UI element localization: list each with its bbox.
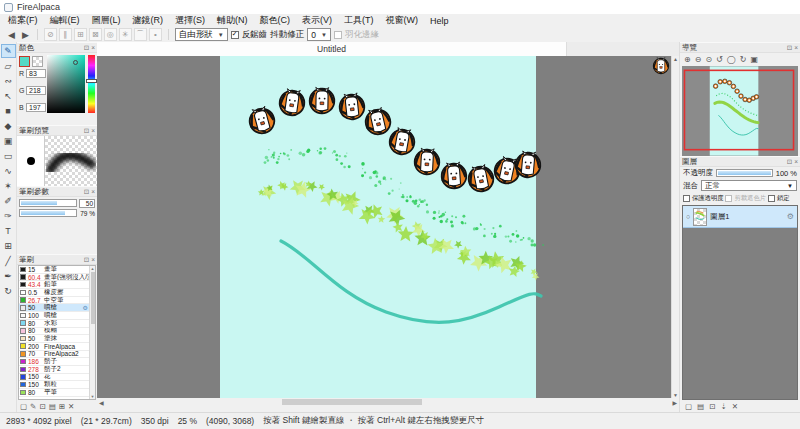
tool-icon[interactable]: ✒ [1, 269, 16, 283]
navigator-tool-icon[interactable]: ↺ [716, 55, 723, 64]
brush-footer-icon[interactable]: ✕ [68, 402, 74, 411]
tool-icon[interactable]: ∿ [1, 164, 16, 178]
close-icon[interactable]: × [91, 44, 95, 51]
r-value-field[interactable]: 83 [26, 69, 46, 78]
layer-name[interactable]: 圖層1 [710, 212, 729, 222]
snap-icon[interactable]: ⊠ [89, 28, 102, 41]
scrollbar-thumb[interactable] [282, 399, 422, 405]
dock-icon[interactable]: ⊡ [787, 158, 792, 166]
brush-row[interactable]: 26.7 中空筆 ⚙ [19, 297, 89, 305]
hue-slider[interactable] [88, 55, 95, 113]
brush-footer-icon[interactable]: ✎ [30, 402, 36, 411]
antialias-checkbox[interactable] [231, 31, 239, 39]
blend-mode-dropdown[interactable]: 正常 ▼ [701, 180, 797, 191]
layer-opacity-slider[interactable] [716, 169, 773, 177]
close-icon[interactable]: × [91, 127, 95, 134]
horizontal-scrollbar[interactable]: ◀ ▶ [97, 398, 679, 406]
tool-icon[interactable]: ■ [1, 104, 16, 118]
menu-item[interactable]: 視窗(W) [380, 14, 425, 27]
brush-size-value[interactable]: 50 [79, 199, 95, 208]
brush-settings-gear-icon[interactable]: ⚙ [83, 304, 88, 311]
snap-icon[interactable]: ⊘ [44, 28, 57, 41]
layer-visibility-icon[interactable]: ○ [686, 213, 690, 220]
vertical-scrollbar[interactable]: ▲ ▼ [671, 56, 679, 398]
scroll-down-icon[interactable]: ▼ [91, 394, 95, 399]
brush-row[interactable]: 70 FireAlpaca2 ⚙ [19, 351, 89, 359]
layer-row[interactable]: ○ 圖層1 ⚙ [683, 206, 797, 228]
navigator-tool-icon[interactable]: ⊙ [705, 55, 712, 64]
brush-footer-icon[interactable]: ⊞ [59, 402, 65, 411]
tool-icon[interactable]: ◆ [1, 119, 16, 133]
snap-icon[interactable]: ⌒ [134, 28, 147, 41]
navigator-tool-icon[interactable]: ◯ [727, 55, 736, 64]
document-tab[interactable]: Untitled [97, 42, 567, 56]
b-value-field[interactable]: 197 [26, 103, 46, 112]
brush-row[interactable]: 50 噴槍 ⚙ [19, 304, 89, 312]
brush-row[interactable]: 150 花 ⚙ [19, 374, 89, 382]
brush-row[interactable]: 80 平筆 ⚙ [19, 389, 89, 397]
brush-footer-icon[interactable]: ▤ [49, 402, 56, 411]
navigator-tool-icon[interactable]: ▣ [750, 55, 758, 64]
menu-item[interactable]: 編輯(E) [44, 14, 86, 27]
dock-icon[interactable]: ⊡ [84, 44, 89, 52]
close-icon[interactable]: × [794, 44, 798, 51]
close-icon[interactable]: × [91, 188, 95, 195]
tool-icon[interactable]: ▭ [1, 149, 16, 163]
tool-icon[interactable]: ▱ [1, 59, 16, 73]
menu-item[interactable]: 工具(T) [338, 14, 380, 27]
scroll-left-icon[interactable]: ◀ [99, 399, 104, 406]
menu-item[interactable]: 選擇(S) [169, 14, 211, 27]
layer-footer-icon[interactable]: ✕ [732, 402, 738, 411]
snap-icon[interactable]: ◎ [104, 28, 117, 41]
primary-color-swatch[interactable] [19, 56, 30, 67]
dock-icon[interactable]: ⊡ [84, 256, 89, 264]
protect-alpha-checkbox[interactable] [683, 195, 690, 202]
menu-item[interactable]: 顏色(C) [254, 14, 297, 27]
scroll-up-icon[interactable]: ▲ [91, 266, 95, 271]
tool-icon[interactable]: ✶ [1, 179, 16, 193]
scroll-up-icon[interactable]: ▲ [673, 56, 678, 62]
layer-settings-gear-icon[interactable]: ⚙ [787, 212, 794, 221]
menu-item[interactable]: 輔助(N) [211, 14, 254, 27]
brush-list-scrollbar[interactable]: ▲ ▼ [89, 266, 95, 399]
brush-opacity-slider[interactable] [19, 209, 77, 217]
layer-footer-icon[interactable]: ⊡ [709, 402, 715, 411]
brush-row[interactable]: 278 鬍子2 ⚙ [19, 366, 89, 374]
undo-icon[interactable]: ◀ [6, 30, 17, 40]
shape-select-dropdown[interactable]: 自由形狀 ▼ [175, 28, 228, 41]
menu-item[interactable]: Help [424, 16, 455, 26]
snap-icon[interactable]: ∥ [59, 28, 72, 41]
layer-footer-icon[interactable]: ▢ [685, 402, 692, 411]
brush-row[interactable]: 50 塗抹 ⚙ [19, 335, 89, 343]
menu-item[interactable]: 濾鏡(R) [127, 14, 170, 27]
snap-icon[interactable]: • [149, 28, 162, 41]
brush-row[interactable]: 186 鬍子 ⚙ [19, 358, 89, 366]
brush-row[interactable]: 80 水彩 ⚙ [19, 320, 89, 328]
scrollbar-thumb[interactable] [91, 272, 95, 324]
brush-row[interactable]: 0.5 橡皮擦 ⚙ [19, 289, 89, 297]
tool-icon[interactable]: ∾ [1, 74, 16, 88]
g-value-field[interactable]: 218 [26, 86, 46, 95]
navigator-tool-icon[interactable]: ↻ [740, 55, 747, 64]
tool-icon[interactable]: ✐ [1, 194, 16, 208]
navigator-tool-icon[interactable]: ⊖ [695, 55, 702, 64]
saturation-value-picker[interactable] [47, 55, 85, 113]
menu-item[interactable]: 檔案(F) [2, 14, 44, 27]
brush-row[interactable]: 43.4 鉛筆 ⚙ [19, 281, 89, 289]
tool-icon[interactable]: ⊞ [1, 239, 16, 253]
brush-row[interactable]: 15 畫筆 ⚙ [19, 266, 89, 274]
snap-icon[interactable]: ⊞ [74, 28, 87, 41]
brush-row[interactable]: 200 FireAlpaca ⚙ [19, 343, 89, 351]
dock-icon[interactable]: ⊡ [84, 188, 89, 196]
brush-footer-icon[interactable]: ⊡ [39, 402, 45, 411]
scroll-right-icon[interactable]: ▶ [672, 399, 677, 406]
dock-icon[interactable]: ⊡ [787, 44, 792, 52]
menu-item[interactable]: 圖層(L) [86, 14, 127, 27]
layer-footer-icon[interactable]: ▤ [697, 402, 704, 411]
stabilizer-dropdown[interactable]: 0 ▼ [307, 28, 331, 41]
tool-icon[interactable]: ╱ [1, 254, 16, 268]
navigator-thumbnail[interactable] [682, 66, 798, 156]
navigator-tool-icon[interactable]: ⊕ [684, 55, 691, 64]
tool-icon[interactable]: T [1, 224, 16, 238]
hue-slider-handle[interactable] [86, 79, 97, 83]
